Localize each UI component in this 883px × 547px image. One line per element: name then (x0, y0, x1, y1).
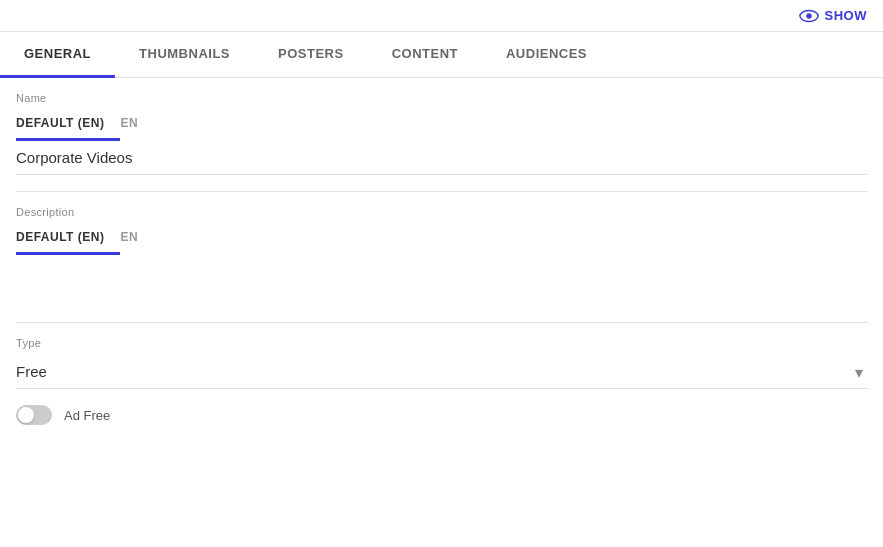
type-section: Type Free Paid Premium ▾ (16, 323, 867, 389)
tab-audiences[interactable]: AUDIENCES (482, 32, 611, 78)
name-label: Name (16, 92, 867, 104)
show-button[interactable]: SHOW (799, 8, 867, 23)
description-subtab-default-en[interactable]: DEFAULT (EN) (16, 224, 120, 255)
main-content: Name DEFAULT (EN) EN Description DEFAULT… (0, 78, 883, 433)
tab-content[interactable]: CONTENT (368, 32, 482, 78)
description-input-block (16, 255, 867, 318)
toggle-knob (18, 407, 34, 423)
name-input[interactable] (16, 141, 867, 175)
ad-free-label: Ad Free (64, 408, 110, 423)
name-section: Name DEFAULT (EN) EN (16, 78, 867, 141)
type-select[interactable]: Free Paid Premium (16, 355, 867, 389)
description-input[interactable] (16, 255, 867, 315)
name-sub-tabs: DEFAULT (EN) EN (16, 110, 867, 141)
tab-general[interactable]: GENERAL (0, 32, 115, 78)
tab-thumbnails[interactable]: THUMBNAILS (115, 32, 254, 78)
tab-posters[interactable]: POSTERS (254, 32, 368, 78)
eye-icon (799, 9, 819, 23)
ad-free-row: Ad Free (16, 389, 867, 433)
description-section: Description DEFAULT (EN) EN (16, 192, 867, 255)
description-sub-tabs: DEFAULT (EN) EN (16, 224, 867, 255)
top-bar: SHOW (0, 0, 883, 32)
name-input-block (16, 141, 867, 175)
ad-free-toggle[interactable] (16, 405, 52, 425)
description-subtab-en[interactable]: EN (120, 224, 154, 255)
svg-point-1 (806, 13, 811, 18)
show-label: SHOW (825, 8, 867, 23)
name-subtab-default-en[interactable]: DEFAULT (EN) (16, 110, 120, 141)
tab-navigation: GENERAL THUMBNAILS POSTERS CONTENT AUDIE… (0, 32, 883, 78)
name-subtab-en[interactable]: EN (120, 110, 154, 141)
description-label: Description (16, 206, 867, 218)
type-select-wrapper: Free Paid Premium ▾ (16, 355, 867, 389)
type-label: Type (16, 337, 867, 349)
